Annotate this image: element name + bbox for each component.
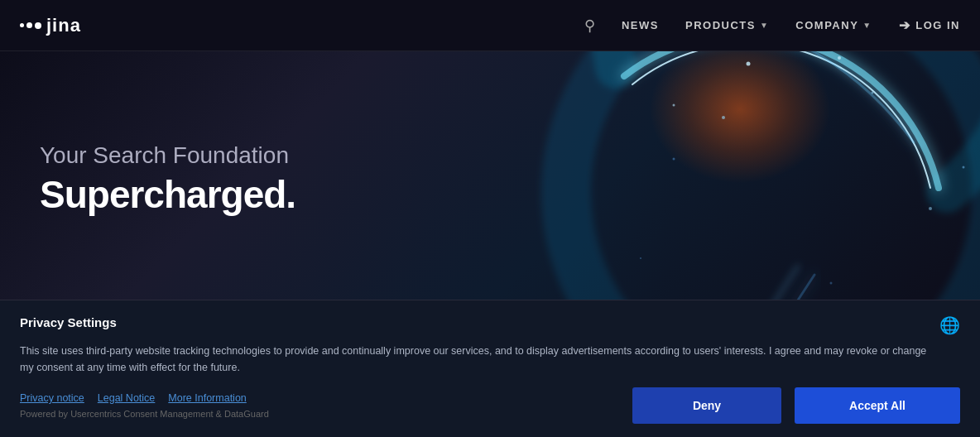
logo-dots <box>20 22 41 29</box>
svg-point-10 <box>673 104 675 107</box>
logo-dot-3 <box>35 22 41 29</box>
globe-icon[interactable]: 🌐 <box>939 315 960 335</box>
svg-point-9 <box>838 56 841 60</box>
login-label: LOG IN <box>915 19 960 31</box>
svg-point-3 <box>673 158 675 161</box>
hero-ring-container <box>434 51 980 308</box>
hero-content: Your Search Foundation Supercharged. <box>40 142 295 217</box>
legal-notice-link[interactable]: Legal Notice <box>98 392 156 404</box>
svg-point-2 <box>872 92 874 94</box>
svg-point-8 <box>747 62 751 66</box>
privacy-settings-title: Privacy Settings <box>20 315 117 329</box>
nav-news-label: NEWS <box>622 19 659 31</box>
privacy-notice-link[interactable]: Privacy notice <box>20 392 84 404</box>
hero-section: Your Search Foundation Supercharged. <box>0 51 980 308</box>
privacy-footer: Privacy notice Legal Notice More Informa… <box>20 387 960 424</box>
privacy-banner-header: Privacy Settings 🌐 <box>20 315 960 335</box>
hero-subtitle: Your Search Foundation <box>40 142 295 169</box>
svg-point-1 <box>722 116 725 119</box>
logo-dot-2 <box>26 22 32 28</box>
nav-right: ⚲ NEWS PRODUCTS ▼ COMPANY ▼ ➔ LOG IN <box>584 17 960 35</box>
logo-dot-1 <box>20 23 24 27</box>
privacy-links: Privacy notice Legal Notice More Informa… <box>20 392 269 404</box>
nav-products-label: PRODUCTS <box>685 19 756 31</box>
svg-point-7 <box>963 166 965 169</box>
login-button[interactable]: ➔ LOG IN <box>899 17 960 33</box>
search-icon[interactable]: ⚲ <box>584 17 595 35</box>
privacy-body-text: This site uses third-party website track… <box>20 343 930 376</box>
logo-text: jina <box>46 15 81 36</box>
svg-point-6 <box>640 257 641 259</box>
deny-button[interactable]: Deny <box>632 387 781 424</box>
svg-point-0 <box>566 51 980 308</box>
company-chevron-icon: ▼ <box>862 21 872 30</box>
accept-all-button[interactable]: Accept All <box>795 387 960 424</box>
hero-title: Supercharged. <box>40 172 295 217</box>
privacy-buttons: Deny Accept All <box>632 387 960 424</box>
privacy-banner: Privacy Settings 🌐 This site uses third-… <box>0 300 980 437</box>
powered-by-text: Powered by Usercentrics Consent Manageme… <box>20 409 269 419</box>
svg-point-5 <box>830 282 833 285</box>
nav-item-news[interactable]: NEWS <box>622 19 659 31</box>
logo[interactable]: jina <box>20 15 81 36</box>
privacy-links-area: Privacy notice Legal Notice More Informa… <box>20 392 269 419</box>
hero-ring-svg <box>434 51 980 308</box>
products-chevron-icon: ▼ <box>760 21 769 30</box>
more-information-link[interactable]: More Information <box>168 392 246 404</box>
navbar: jina ⚲ NEWS PRODUCTS ▼ COMPANY ▼ ➔ LOG I… <box>0 0 980 51</box>
nav-item-products[interactable]: PRODUCTS ▼ <box>685 19 769 31</box>
login-arrow-icon: ➔ <box>899 17 911 33</box>
svg-point-4 <box>929 207 932 210</box>
nav-company-label: COMPANY <box>795 19 858 31</box>
nav-item-company[interactable]: COMPANY ▼ <box>795 19 872 31</box>
